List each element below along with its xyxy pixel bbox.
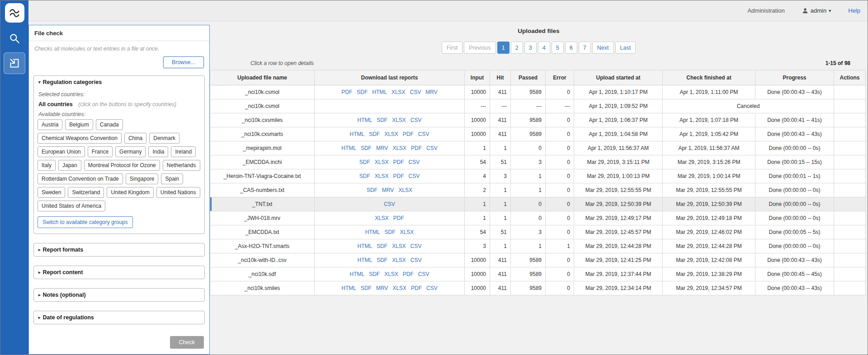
report-link-xlsx[interactable]: XLSX xyxy=(398,187,412,193)
report-link-xlsx[interactable]: XLSX xyxy=(392,145,406,151)
report-link-html[interactable]: HTML xyxy=(357,243,372,249)
report-link-sdf[interactable]: SDF xyxy=(369,131,380,137)
report-link-xlsx[interactable]: XLSX xyxy=(375,173,389,179)
report-link-xlsx[interactable]: XLSX xyxy=(384,131,398,137)
country-button[interactable]: Italy xyxy=(38,160,56,171)
country-button[interactable]: Singapore xyxy=(126,173,159,184)
country-button[interactable]: Chemical Weapons Convention xyxy=(38,133,122,144)
report-link-sdf[interactable]: SDF xyxy=(369,271,380,277)
report-link-mrv[interactable]: MRV xyxy=(382,187,394,193)
sidebar-item-file-check[interactable] xyxy=(4,52,25,74)
pagination-5[interactable]: 5 xyxy=(552,42,564,54)
administration-menu[interactable]: Administration xyxy=(747,7,784,14)
country-button[interactable]: Belgium xyxy=(65,119,93,130)
upload-row[interactable]: _TNT.txtCSV1100Mar 29, 2019, 12:50:39 PM… xyxy=(210,197,866,211)
report-link-html[interactable]: HTML xyxy=(349,271,364,277)
report-link-html[interactable]: HTML xyxy=(341,145,356,151)
upload-row[interactable]: _mepirapim.molHTMLSDFMRVXLSXPDFCSV1100Ap… xyxy=(210,141,866,155)
report-link-mrv[interactable]: MRV xyxy=(376,145,388,151)
section-header-regulation-categories[interactable]: ▾Regulation categories xyxy=(34,76,204,89)
pagination-last[interactable]: Last xyxy=(615,42,636,54)
report-link-pdf[interactable]: PDF xyxy=(403,131,414,137)
browse-button[interactable]: Browse... xyxy=(163,56,204,68)
report-link-xlsx[interactable]: XLSX xyxy=(375,215,389,221)
report-link-sdf[interactable]: SDF xyxy=(361,285,372,291)
section-header[interactable]: ▸Notes (optional) xyxy=(34,289,204,301)
pagination-1[interactable]: 1 xyxy=(497,42,509,54)
report-link-mrv[interactable]: MRV xyxy=(425,89,437,95)
report-link-html[interactable]: HTML xyxy=(357,257,372,263)
help-link[interactable]: Help xyxy=(848,7,860,14)
country-button[interactable]: United States of America xyxy=(38,201,105,211)
report-link-sdf[interactable]: SDF xyxy=(361,145,372,151)
country-button[interactable]: China xyxy=(124,133,146,144)
section-header[interactable]: ▸Report formats xyxy=(34,243,204,256)
report-link-pdf[interactable]: PDF xyxy=(393,159,404,165)
report-link-csv[interactable]: CSV xyxy=(418,131,429,137)
country-button[interactable]: United Kingdom xyxy=(107,187,153,198)
country-button[interactable]: Denmark xyxy=(149,133,179,144)
report-link-sdf[interactable]: SDF xyxy=(377,257,387,263)
country-button[interactable]: India xyxy=(148,146,168,157)
pagination-7[interactable]: 7 xyxy=(579,42,591,54)
report-link-csv[interactable]: CSV xyxy=(426,145,438,151)
report-link-xlsx[interactable]: XLSX xyxy=(392,257,406,263)
upload-row[interactable]: _Asx-H2O-TNT.smartsHTMLSDFXLSXCSV3111Mar… xyxy=(210,239,866,253)
report-link-pdf[interactable]: PDF xyxy=(341,89,352,95)
report-link-csv[interactable]: CSV xyxy=(410,89,421,95)
upload-row[interactable]: _nci10k.cxsmilesHTMLSDFXLSXCSV1000041195… xyxy=(210,113,866,127)
report-link-pdf[interactable]: PDF xyxy=(393,173,404,179)
country-button[interactable]: United Nations xyxy=(156,187,200,198)
pagination-3[interactable]: 3 xyxy=(524,42,537,54)
country-button[interactable]: European Union xyxy=(38,146,85,157)
report-link-sdf[interactable]: SDF xyxy=(359,159,370,165)
country-button[interactable]: Montreal Protocol for Ozone xyxy=(84,160,160,171)
upload-row[interactable]: _nci10k.csmolPDFSDFHTMLXLSXCSVMRV1000041… xyxy=(210,85,866,99)
pagination-next[interactable]: Next xyxy=(592,42,614,54)
report-link-csv[interactable]: CSV xyxy=(384,201,395,207)
upload-row[interactable]: _nci10k.csmol------------Apr 1, 2019, 1:… xyxy=(210,99,866,113)
country-button[interactable]: Netherlands xyxy=(163,160,200,171)
upload-row[interactable]: _nci10k-with-ID..csvHTMLSDFXLSXCSV100004… xyxy=(210,253,866,267)
upload-row[interactable]: _Heroin-TNT-Viagra-Cocaine.txtSDFXLSXPDF… xyxy=(210,169,866,183)
app-logo[interactable] xyxy=(5,3,24,23)
report-link-csv[interactable]: CSV xyxy=(409,159,420,165)
upload-row[interactable]: _nci10k.smilesHTMLSDFMRVXLSXPDFCSV100004… xyxy=(210,281,866,295)
report-link-csv[interactable]: CSV xyxy=(409,173,420,179)
report-link-mrv[interactable]: MRV xyxy=(376,285,388,291)
section-header[interactable]: ▸Report content xyxy=(34,266,204,279)
upload-row[interactable]: _CAS-numbers.txtSDFMRVXLSX2110Mar 29, 20… xyxy=(210,183,866,197)
section-header[interactable]: ▸Date of regulations xyxy=(34,311,204,324)
report-link-xlsx[interactable]: XLSX xyxy=(384,271,398,277)
report-link-sdf[interactable]: SDF xyxy=(377,243,387,249)
report-link-html[interactable]: HTML xyxy=(349,131,364,137)
country-button[interactable]: Sweden xyxy=(38,187,65,198)
pagination-4[interactable]: 4 xyxy=(538,42,550,54)
switch-category-groups-button[interactable]: Switch to available category groups xyxy=(38,216,133,228)
report-link-xlsx[interactable]: XLSX xyxy=(400,229,414,235)
pagination-6[interactable]: 6 xyxy=(565,42,577,54)
report-link-pdf[interactable]: PDF xyxy=(411,145,422,151)
report-link-pdf[interactable]: PDF xyxy=(393,215,404,221)
report-link-pdf[interactable]: PDF xyxy=(411,285,422,291)
sidebar-item-search[interactable] xyxy=(4,29,25,48)
pagination-2[interactable]: 2 xyxy=(511,42,523,54)
country-button[interactable]: Austria xyxy=(38,119,62,130)
report-link-html[interactable]: HTML xyxy=(365,229,380,235)
report-link-sdf[interactable]: SDF xyxy=(357,89,368,95)
report-link-xlsx[interactable]: XLSX xyxy=(392,285,406,291)
country-button[interactable]: Canada xyxy=(96,119,123,130)
report-link-xlsx[interactable]: XLSX xyxy=(392,89,406,95)
country-button[interactable]: Spain xyxy=(161,173,183,184)
report-link-csv[interactable]: CSV xyxy=(418,271,429,277)
report-link-sdf[interactable]: SDF xyxy=(359,173,370,179)
report-link-csv[interactable]: CSV xyxy=(410,117,422,123)
report-link-sdf[interactable]: SDF xyxy=(377,117,387,123)
country-button[interactable]: Japan xyxy=(58,160,81,171)
country-button[interactable]: France xyxy=(88,146,113,157)
report-link-html[interactable]: HTML xyxy=(357,117,372,123)
report-link-csv[interactable]: CSV xyxy=(426,285,438,291)
report-link-html[interactable]: HTML xyxy=(372,89,387,95)
upload-row[interactable]: _EMCDDA.inchiSDFXLSXPDFCSV545130Mar 29, … xyxy=(210,155,866,169)
user-menu[interactable]: admin ▾ xyxy=(802,7,831,14)
